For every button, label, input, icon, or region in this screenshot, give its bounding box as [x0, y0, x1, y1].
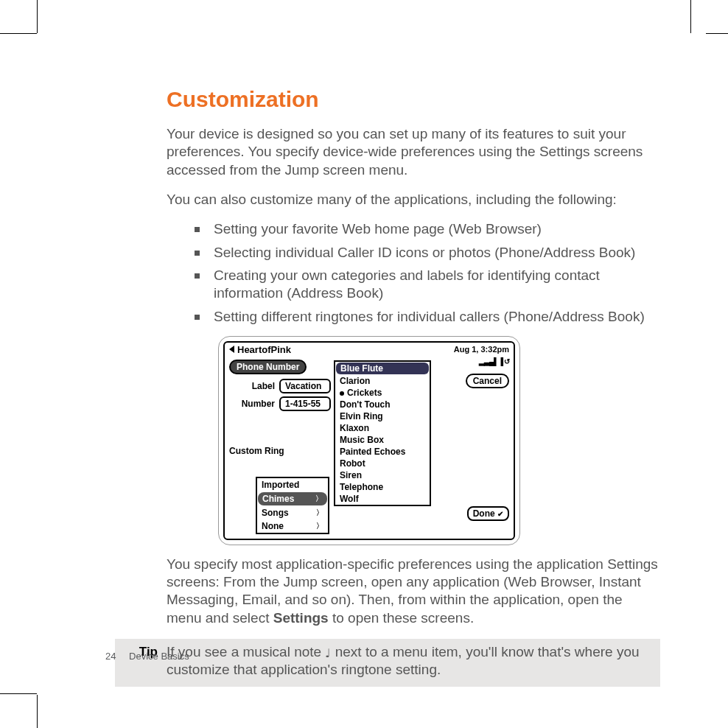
ringtone-item[interactable]: Crickets: [335, 387, 430, 399]
list-item: Selecting individual Caller ID icons or …: [195, 244, 660, 262]
number-field-label: Number: [237, 399, 275, 409]
tip-box: Tip If you see a musical note ♩ next to …: [115, 639, 660, 687]
chevron-right-icon: 〉: [316, 521, 323, 531]
intro-paragraph-1: Your device is designed so you can set u…: [167, 125, 660, 179]
musical-note-icon: ♩: [325, 648, 331, 659]
ringtone-item[interactable]: Siren: [335, 469, 430, 481]
cancel-button[interactable]: Cancel: [466, 374, 509, 388]
ringtone-item-selected[interactable]: Blue Flute: [336, 363, 429, 374]
page-footer: 24 Device Basics: [105, 651, 189, 662]
feature-list: Setting your favorite Web home page (Web…: [195, 220, 660, 326]
ringtone-item[interactable]: Clarion: [335, 375, 430, 387]
ring-category-item[interactable]: Songs〉: [257, 506, 328, 519]
ring-category-item-selected[interactable]: Chimes〉: [258, 492, 327, 505]
settings-paragraph: You specify most application-specific pr…: [167, 556, 660, 627]
ringtone-item[interactable]: Elvin Ring: [335, 410, 430, 422]
screen-title: HeartofPink: [237, 344, 291, 355]
ringtone-category-panel: Imported Chimes〉 Songs〉 None〉: [256, 477, 329, 534]
ringtone-item[interactable]: Telephone: [335, 481, 430, 493]
ring-category-item[interactable]: None〉: [257, 519, 328, 533]
chevron-right-icon: 〉: [315, 494, 323, 504]
ringtone-list-panel: Blue Flute Clarion Crickets Don't Touch …: [334, 360, 431, 506]
back-icon: [229, 346, 234, 353]
done-button[interactable]: Done ✔: [467, 506, 509, 521]
ringtone-item[interactable]: Don't Touch: [335, 399, 430, 410]
ringtone-item[interactable]: Music Box: [335, 434, 430, 446]
list-item: Setting your favorite Web home page (Web…: [195, 220, 660, 238]
ringtone-item[interactable]: Klaxon: [335, 422, 430, 434]
device-screenshot: HeartofPink Aug 1, 3:32pm ▂▃▄▌▐ ↺ Phone …: [218, 336, 520, 545]
label-field-label: Label: [237, 381, 275, 391]
intro-paragraph-2: You can also customize many of the appli…: [167, 191, 660, 209]
ringtone-item[interactable]: Painted Echoes: [335, 446, 430, 458]
section-heading: Customization: [167, 87, 660, 112]
list-item: Setting different ringtones for individu…: [195, 308, 660, 326]
list-item: Creating your own categories and labels …: [195, 267, 660, 303]
label-field-value[interactable]: Vacation: [279, 379, 331, 393]
page-number: 24: [105, 651, 116, 662]
check-icon: ✔: [497, 510, 503, 518]
signal-icon: ▂▃▄▌▐ ↺: [479, 357, 509, 365]
ring-category-item[interactable]: Imported: [257, 478, 328, 491]
footer-section: Device Basics: [129, 651, 189, 662]
tip-text: If you see a musical note ♩ next to a me…: [167, 643, 659, 679]
section-pill: Phone Number: [229, 360, 307, 374]
chevron-right-icon: 〉: [316, 508, 323, 518]
number-field-value[interactable]: 1-415-55: [279, 396, 331, 411]
ringtone-item[interactable]: Robot: [335, 458, 430, 469]
datetime-label: Aug 1, 3:32pm: [454, 345, 509, 354]
custom-ring-label: Custom Ring: [229, 446, 284, 456]
ringtone-item[interactable]: Wolf: [335, 493, 430, 505]
